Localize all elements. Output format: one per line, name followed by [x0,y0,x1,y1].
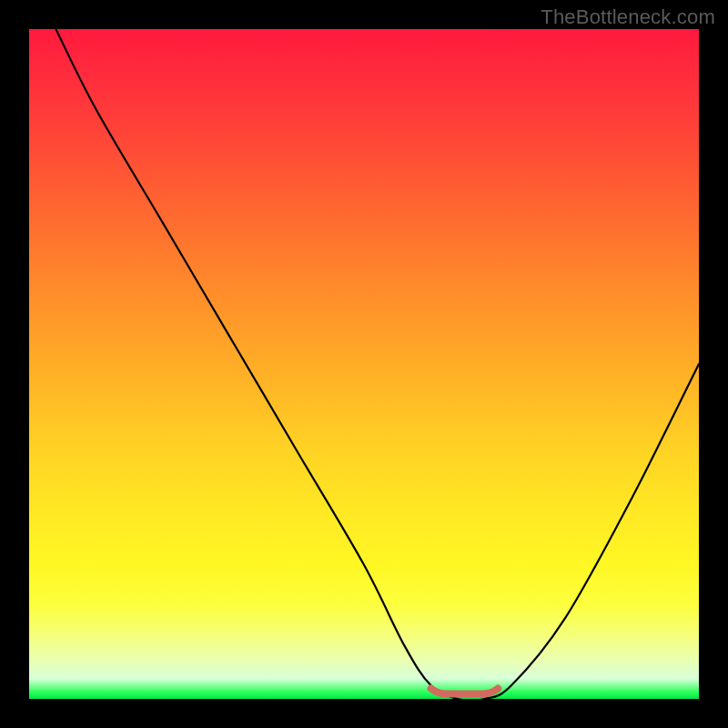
plot-area [29,29,699,699]
curve-svg [29,29,699,699]
chart-frame: TheBottleneck.com [0,0,728,728]
bottleneck-curve [56,29,699,699]
plateau-marker [431,689,499,694]
watermark-text: TheBottleneck.com [541,5,715,29]
